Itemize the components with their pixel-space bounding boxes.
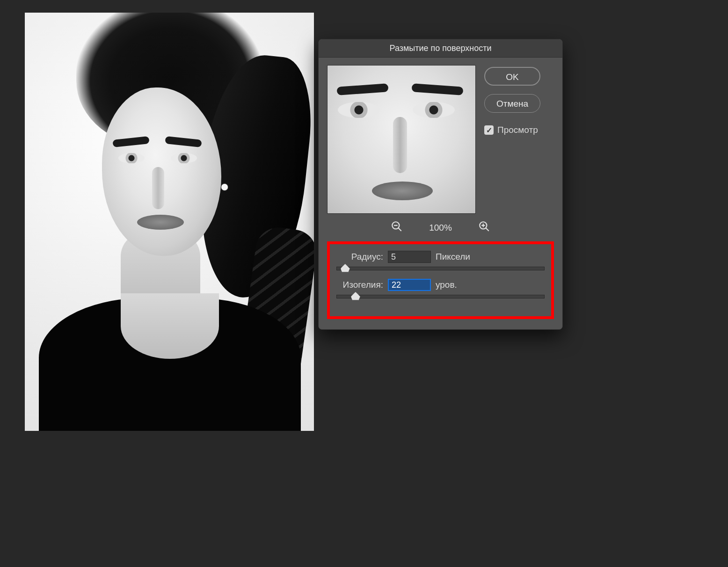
- portrait-nose: [152, 167, 164, 209]
- preview-checkbox[interactable]: ✓: [484, 125, 494, 135]
- threshold-slider-thumb[interactable]: [351, 292, 360, 300]
- radius-slider[interactable]: [336, 267, 545, 270]
- radius-input[interactable]: [388, 251, 431, 263]
- radius-unit: Пиксели: [436, 252, 470, 262]
- preview-checkbox-label: Просмотр: [497, 125, 538, 135]
- threshold-unit: уров.: [436, 280, 457, 290]
- portrait-lips: [137, 215, 184, 230]
- portrait-shirt: [39, 298, 301, 431]
- threshold-label: Изогелия:: [336, 280, 383, 290]
- portrait-eye: [171, 153, 197, 163]
- portrait-eye: [118, 153, 145, 163]
- radius-label: Радиус:: [336, 252, 383, 262]
- zoom-label: 100%: [429, 223, 452, 233]
- threshold-input[interactable]: [388, 279, 431, 291]
- ok-button[interactable]: OK: [484, 67, 540, 86]
- dialog-title[interactable]: Размытие по поверхности: [319, 39, 562, 58]
- threshold-slider[interactable]: [336, 295, 545, 298]
- radius-slider-thumb[interactable]: [341, 264, 350, 272]
- surface-blur-dialog: Размытие по поверхности OK Отмена ✓ Прос…: [318, 39, 563, 330]
- highlighted-params: Радиус: Пиксели Изогелия: уров.: [327, 241, 554, 319]
- zoom-in-icon[interactable]: [478, 220, 490, 235]
- document-canvas[interactable]: [25, 13, 314, 431]
- svg-line-1: [398, 228, 401, 231]
- zoom-out-icon[interactable]: [391, 220, 403, 235]
- svg-line-4: [486, 228, 489, 231]
- preview-image[interactable]: [327, 65, 476, 214]
- portrait-earring: [221, 184, 228, 190]
- cancel-button[interactable]: Отмена: [484, 94, 540, 113]
